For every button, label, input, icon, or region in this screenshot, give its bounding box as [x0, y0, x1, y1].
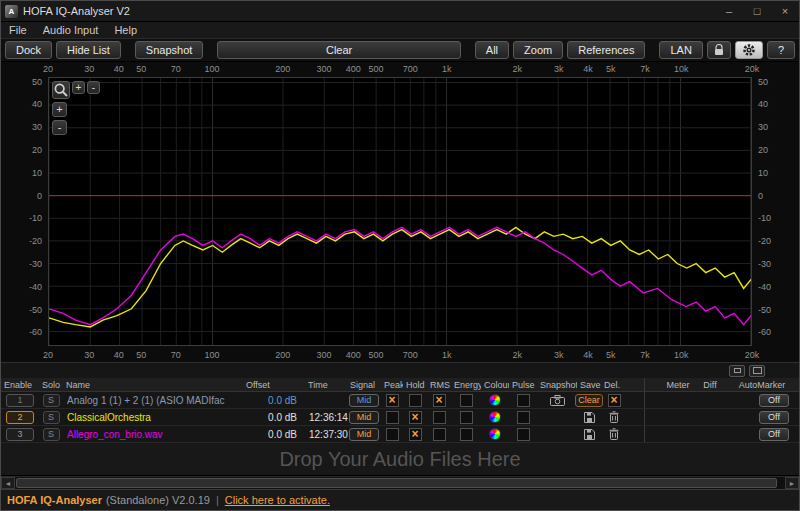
freq-tick-label: 70 [171, 350, 181, 360]
settings-button[interactable] [735, 41, 763, 59]
freq-tick-label: 400 [346, 350, 361, 360]
zoom-in-button[interactable]: + [52, 102, 67, 117]
peak-checkbox[interactable] [386, 411, 399, 424]
lan-button[interactable]: LAN [659, 41, 702, 59]
delete-row-button[interactable] [609, 411, 619, 423]
floppy-icon [584, 412, 595, 423]
peak-checkbox[interactable] [386, 428, 399, 441]
colour-picker[interactable] [489, 411, 501, 423]
zoom-controls: + - + - [52, 81, 100, 135]
zoom-button[interactable]: Zoom [513, 41, 563, 59]
solo-button[interactable]: S [43, 394, 60, 407]
clear-row-button[interactable]: Clear [575, 394, 603, 407]
delete-row-button[interactable] [609, 428, 619, 440]
scroll-left-button[interactable]: ◄ [1, 477, 15, 489]
meter-cell [661, 426, 695, 442]
hide-list-button[interactable]: Hide List [56, 41, 121, 59]
maximize-button[interactable]: □ [743, 2, 771, 20]
horizontal-scrollbar[interactable]: ◄ ► [1, 476, 799, 489]
db-tick-label: 20 [32, 145, 42, 155]
statusbar-separator: | [216, 494, 219, 506]
zoom-out-small-button[interactable]: - [87, 81, 100, 94]
menu-audio-input[interactable]: Audio Input [35, 24, 107, 36]
rms-checkbox[interactable] [433, 428, 446, 441]
offset-value[interactable]: 0.0 dB [243, 395, 305, 406]
db-tick-label: -60 [758, 327, 771, 337]
signal-mid-button[interactable]: Mid [349, 394, 379, 407]
db-tick-label: 0 [758, 191, 763, 201]
freq-tick-label: 500 [369, 64, 384, 74]
scrollbar-thumb[interactable] [16, 478, 777, 488]
list-expand-icon[interactable] [749, 365, 765, 377]
help-button[interactable]: ? [767, 41, 795, 59]
peak-checkbox[interactable]: × [386, 394, 399, 407]
clear-button[interactable]: Clear [217, 41, 461, 59]
freq-tick-label: 10k [674, 64, 689, 74]
spectrum-plot[interactable]: + - + - [48, 77, 752, 346]
references-button[interactable]: References [567, 41, 645, 59]
automarker-button[interactable]: Off [759, 411, 789, 424]
track-name: Analog 1 (1) + 2 (1) (ASIO MADIfac [63, 395, 243, 406]
enable-button[interactable]: 1 [6, 394, 34, 407]
freq-tick-label: 400 [346, 64, 361, 74]
freq-tick-label: 2k [513, 64, 523, 74]
zoom-in-small-button[interactable]: + [72, 81, 85, 94]
colour-picker[interactable] [489, 428, 501, 440]
header-del: Del. [601, 380, 627, 390]
automarker-button[interactable]: Off [759, 394, 789, 407]
pulse-checkbox[interactable] [517, 411, 530, 424]
db-tick-label: -20 [758, 236, 771, 246]
zoom-out-button[interactable]: - [52, 120, 67, 135]
offset-value[interactable]: 0.0 dB [243, 429, 305, 440]
menu-file[interactable]: File [1, 24, 35, 36]
solo-button[interactable]: S [43, 428, 60, 441]
hold-checkbox[interactable]: × [409, 411, 422, 424]
freq-axis-bottom: 20304050701002003004005007001k2k3k4k5k7k… [48, 346, 752, 362]
enable-button[interactable]: 3 [6, 428, 34, 441]
energy-checkbox[interactable] [460, 428, 473, 441]
close-button[interactable]: × [771, 2, 799, 20]
activate-link[interactable]: Click here to activate. [225, 494, 330, 506]
energy-checkbox[interactable] [460, 411, 473, 424]
snapshot-row-button[interactable] [550, 395, 565, 406]
magnifier-button[interactable] [52, 81, 70, 99]
rms-checkbox[interactable] [433, 411, 446, 424]
all-button[interactable]: All [475, 41, 509, 59]
db-tick-label: 10 [32, 168, 42, 178]
db-tick-label: -40 [29, 282, 42, 292]
db-tick-label: 30 [32, 122, 42, 132]
signal-mid-button[interactable]: Mid [349, 428, 379, 441]
snapshot-button[interactable]: Snapshot [135, 41, 203, 59]
dock-button[interactable]: Dock [5, 41, 52, 59]
energy-checkbox[interactable] [460, 394, 473, 407]
hold-checkbox[interactable] [409, 394, 422, 407]
rms-checkbox[interactable]: × [433, 394, 446, 407]
pulse-checkbox[interactable] [517, 428, 530, 441]
offset-value[interactable]: 0.0 dB [243, 412, 305, 423]
solo-button[interactable]: S [43, 411, 60, 424]
save-row-button[interactable] [584, 429, 595, 440]
lock-button[interactable] [707, 41, 731, 59]
db-tick-label: 50 [32, 77, 42, 87]
colour-picker[interactable] [489, 394, 501, 406]
minimize-button[interactable]: – [715, 2, 743, 20]
drop-zone[interactable]: Drop Your Audio Files Here [1, 443, 799, 476]
freq-tick-label: 20k [745, 64, 760, 74]
freq-tick-label: 200 [275, 350, 290, 360]
menu-help[interactable]: Help [106, 24, 145, 36]
automarker-button[interactable]: Off [759, 428, 789, 441]
row-separator [627, 409, 661, 425]
save-row-button[interactable] [584, 412, 595, 423]
list-compact-icon[interactable] [729, 365, 745, 377]
window-title: HOFA IQ-Analyser V2 [23, 5, 715, 17]
pulse-checkbox[interactable] [517, 394, 530, 407]
signal-mid-button[interactable]: Mid [349, 411, 379, 424]
del-checkbox[interactable]: × [608, 394, 621, 407]
freq-tick-label: 30 [84, 64, 94, 74]
menubar: File Audio Input Help [1, 21, 799, 38]
header-name: Name [63, 380, 243, 390]
scroll-right-button[interactable]: ► [785, 477, 799, 489]
enable-button[interactable]: 2 [6, 411, 34, 424]
scrollbar-track[interactable] [15, 477, 785, 489]
hold-checkbox[interactable]: × [409, 428, 422, 441]
